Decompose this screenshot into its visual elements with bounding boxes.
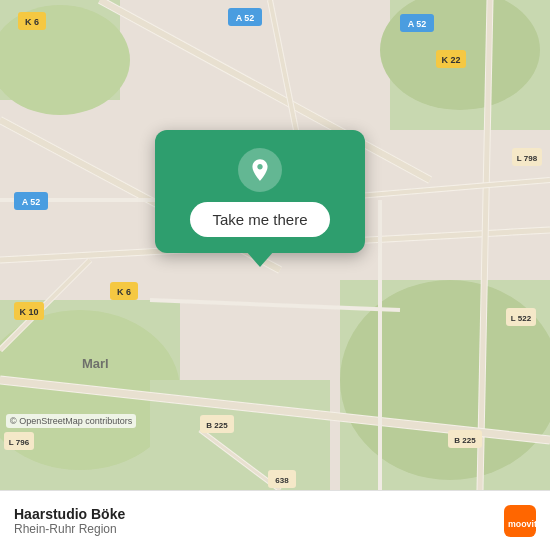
svg-text:A 52: A 52 [408, 19, 427, 29]
location-pin-icon [238, 148, 282, 192]
svg-text:K 22: K 22 [441, 55, 460, 65]
svg-text:K 6: K 6 [117, 287, 131, 297]
svg-text:B 225: B 225 [454, 436, 476, 445]
popup-card: Take me there [155, 130, 365, 253]
bottom-bar: Haarstudio Böke Rhein-Ruhr Region moovit [0, 490, 550, 550]
svg-text:L 798: L 798 [517, 154, 538, 163]
moovit-icon: moovit [504, 505, 536, 537]
svg-text:L 796: L 796 [9, 438, 30, 447]
map-attribution: © OpenStreetMap contributors [6, 414, 136, 428]
take-me-there-button[interactable]: Take me there [190, 202, 329, 237]
svg-text:K 6: K 6 [25, 17, 39, 27]
svg-text:A 52: A 52 [22, 197, 41, 207]
map-container: K 6 A 52 A 52 K 22 L 798 A 52 K 6 K 10 M… [0, 0, 550, 490]
svg-text:L 522: L 522 [511, 314, 532, 323]
svg-text:Marl: Marl [82, 356, 109, 371]
svg-text:moovit: moovit [508, 518, 536, 528]
location-region: Rhein-Ruhr Region [14, 522, 125, 536]
svg-text:A 52: A 52 [236, 13, 255, 23]
moovit-logo: moovit [504, 505, 536, 537]
svg-text:B 225: B 225 [206, 421, 228, 430]
location-name: Haarstudio Böke [14, 506, 125, 522]
svg-text:K 10: K 10 [19, 307, 38, 317]
svg-text:638: 638 [275, 476, 289, 485]
location-info: Haarstudio Böke Rhein-Ruhr Region [14, 506, 125, 536]
